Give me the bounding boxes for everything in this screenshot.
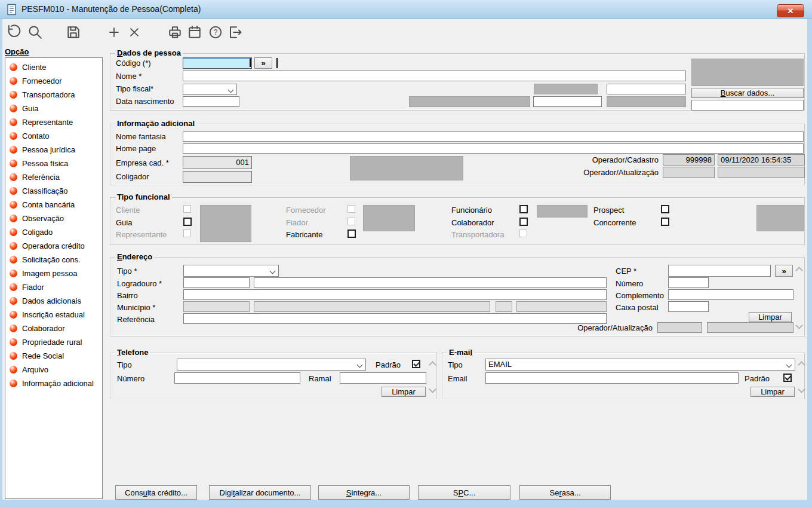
scroll-up-icon[interactable] [798, 361, 804, 367]
telefone-limpar-button[interactable]: Limpar [382, 387, 426, 397]
option-bullet-icon [10, 77, 17, 85]
sidebar-item-observacao[interactable]: Observação [5, 212, 102, 225]
option-bullet-icon [10, 352, 17, 360]
codigo-expand-button[interactable]: » [254, 57, 272, 69]
sidebar-item-label: Pessoa física [22, 159, 68, 168]
toolbar-save-button[interactable] [64, 23, 82, 41]
spc-button[interactable]: SPC... [418, 485, 510, 500]
toolbar-print-button[interactable] [166, 23, 184, 41]
option-bullet-icon [10, 215, 17, 222]
sintegra-button[interactable]: Sintegra... [318, 485, 410, 500]
sidebar-item-rede-social[interactable]: Rede Social [5, 349, 102, 363]
toolbar-add-button[interactable] [105, 23, 123, 41]
sidebar-item-inscricao-estadual[interactable]: Inscrição estadual [5, 308, 102, 322]
telefone-padrao-checkbox[interactable] [412, 360, 420, 368]
toolbar-undo-button[interactable] [5, 23, 23, 41]
data-nascimento-input[interactable] [183, 96, 239, 107]
sidebar-item-classificacao[interactable]: Classificação [5, 184, 102, 198]
option-bullet-icon [10, 270, 17, 277]
scroll-up-icon[interactable] [429, 361, 435, 367]
nome-fantasia-input[interactable] [183, 131, 804, 142]
checkbox-colaborador[interactable] [519, 218, 528, 226]
checkbox-fabricante[interactable] [347, 229, 356, 238]
scroll-down-icon[interactable] [796, 324, 802, 330]
email-limpar-button[interactable]: Limpar [751, 387, 795, 397]
extra-input-1[interactable] [607, 84, 686, 94]
endereco-limpar-button[interactable]: Limpar [749, 312, 792, 322]
close-button[interactable]: ✕ [777, 4, 804, 17]
sidebar-item-solicitacao-cons[interactable]: Solicitação cons. [5, 253, 102, 267]
sidebar-item-cliente[interactable]: Cliente [5, 60, 102, 74]
sidebar-item-label: Operadora crédito [22, 241, 85, 250]
referencia-input[interactable] [183, 313, 607, 324]
checkbox-fornecedor [347, 205, 355, 213]
option-bullet-icon [10, 187, 17, 195]
email-padrao-checkbox[interactable] [783, 374, 792, 382]
sidebar-item-guia[interactable]: Guia [5, 102, 102, 115]
toolbar-exit-button[interactable] [226, 23, 244, 41]
toolbar-search-button[interactable] [26, 23, 44, 41]
buscar-dados-button[interactable]: Buscar dados... [691, 88, 804, 98]
sidebar-item-colaborador[interactable]: Colaborador [5, 322, 102, 335]
sidebar-item-label: Arquivo [22, 365, 48, 374]
add-icon [106, 25, 122, 40]
sidebar-item-conta-bancaria[interactable]: Conta bancária [5, 198, 102, 212]
sidebar-item-imagem-pessoa[interactable]: Imagem pessoa [5, 267, 102, 280]
checkbox-guia[interactable] [183, 218, 192, 226]
option-listbox[interactable]: ClienteFornecedorTransportadoraGuiaRepre… [5, 57, 103, 499]
checkbox-prospect[interactable] [661, 205, 669, 213]
telefone-tipo-select[interactable] [177, 359, 366, 371]
bairro-input[interactable] [183, 289, 607, 300]
sidebar-item-pessoa-fisica[interactable]: Pessoa física [5, 157, 102, 170]
sidebar-item-fiador[interactable]: Fiador [5, 280, 102, 294]
codigo-input[interactable] [183, 57, 252, 69]
sidebar-item-pessoa-juridica[interactable]: Pessoa jurídica [5, 143, 102, 157]
logradouro-tipo-input[interactable] [183, 277, 250, 288]
nome-input[interactable] [183, 71, 686, 81]
endereco-operador-datahora-field [707, 322, 793, 333]
sidebar-item-informacao-adicional[interactable]: Informação adicional [5, 377, 102, 390]
home-page-input[interactable] [183, 143, 804, 154]
numero-input[interactable] [668, 277, 709, 288]
referencia-label: Referência [117, 315, 155, 324]
sidebar-item-transportadora[interactable]: Transportadora [5, 88, 102, 102]
serasa-button[interactable]: Serasa... [519, 485, 611, 500]
extra-input-3[interactable] [691, 100, 804, 111]
email-tipo-select[interactable]: EMAIL [485, 359, 795, 371]
tipo-fiscal-select[interactable] [183, 84, 237, 95]
extra-input-2[interactable] [533, 96, 602, 107]
sidebar-item-dados-adicionais[interactable]: Dados adicionais [5, 294, 102, 308]
sidebar-item-representante[interactable]: Representante [5, 115, 102, 129]
window-border-bottom [0, 500, 812, 508]
option-bullet-icon [10, 118, 17, 126]
complemento-input[interactable] [668, 289, 793, 300]
scroll-down-icon[interactable] [429, 388, 435, 394]
sidebar-item-referencia[interactable]: Referência [5, 170, 102, 184]
logradouro-input[interactable] [254, 277, 607, 288]
toolbar-calendar-button[interactable] [186, 23, 204, 41]
endereco-tipo-select[interactable] [183, 265, 279, 277]
sidebar-item-propriedade-rural[interactable]: Propriedade rural [5, 335, 102, 349]
email-input[interactable] [485, 372, 739, 384]
photo-placeholder [691, 59, 804, 86]
cep-expand-button[interactable]: » [775, 265, 793, 277]
digitalizar-documento-button[interactable]: Digitalizar documento... [209, 485, 311, 500]
toolbar-delete-button[interactable] [125, 23, 143, 41]
scroll-down-icon[interactable] [798, 388, 804, 394]
scroll-up-icon[interactable] [796, 267, 802, 273]
sidebar-item-contato[interactable]: Contato [5, 129, 102, 143]
sidebar-item-arquivo[interactable]: Arquivo [5, 363, 102, 377]
telefone-numero-input[interactable] [174, 372, 300, 384]
sidebar-item-coligado[interactable]: Coligado [5, 225, 102, 239]
checkbox-funcionario[interactable] [519, 205, 528, 213]
cep-input[interactable] [668, 265, 771, 277]
caixa-postal-input[interactable] [668, 301, 709, 312]
ramal-input[interactable] [340, 372, 426, 384]
codigo-label: Código (*) [116, 59, 151, 68]
consulta-credito-button[interactable]: Consulta crédito... [115, 485, 197, 500]
sidebar-item-operadora-credito[interactable]: Operadora crédito [5, 239, 102, 253]
toolbar-help-button[interactable]: ? [207, 23, 224, 41]
telefone-padrao-label: Padrão [376, 360, 401, 369]
checkbox-concorrente[interactable] [661, 218, 669, 226]
sidebar-item-fornecedor[interactable]: Fornecedor [5, 74, 102, 88]
